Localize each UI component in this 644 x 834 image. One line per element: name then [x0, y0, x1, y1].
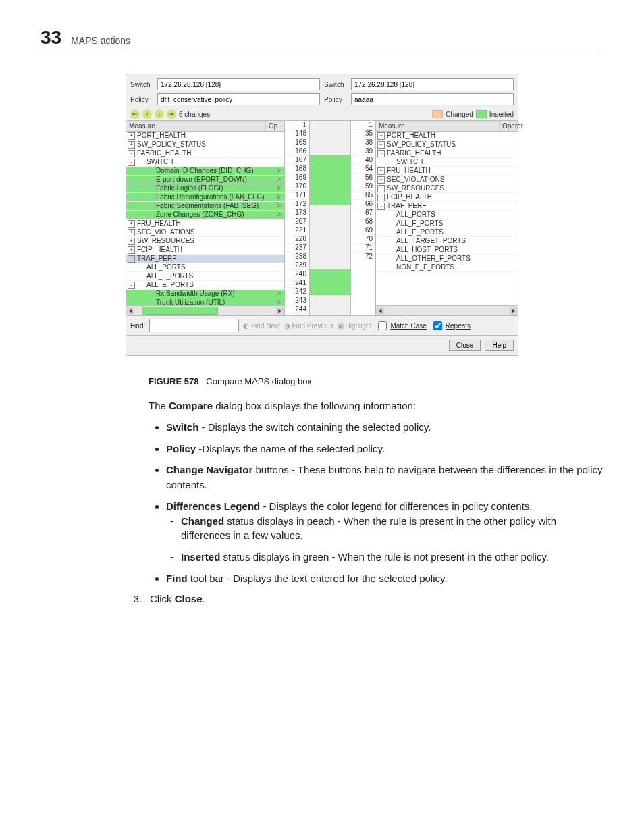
tree-row[interactable]: -FABRIC_HEALTH	[126, 149, 284, 158]
expand-icon[interactable]: -	[377, 150, 385, 157]
repeats-checkbox[interactable]: Repeats	[431, 319, 471, 332]
nav-prev-icon[interactable]: ↑	[142, 109, 152, 119]
expand-icon[interactable]: +	[128, 229, 135, 236]
tree-row[interactable]: -SWITCH	[126, 158, 284, 167]
tree-row[interactable]: ALL_HOST_PORTS	[376, 246, 518, 255]
tree-label: Fabric Reconfigurations (FAB_CFG)	[137, 193, 275, 201]
expand-icon[interactable]: +	[128, 220, 135, 228]
tree-row[interactable]: +PORT_HEALTH	[376, 132, 518, 140]
expand-icon[interactable]: +	[377, 132, 385, 140]
op-header-left[interactable]: Op	[266, 121, 284, 131]
tree-row[interactable]: +SW_POLICY_STATUS	[126, 140, 284, 149]
tree-row[interactable]: +FCIP_HEALTH	[126, 246, 284, 255]
tree-row[interactable]: +SEC_VIOLATIONS	[126, 228, 284, 237]
hscroll-left[interactable]: ◄ ►	[126, 305, 284, 315]
highlight-button[interactable]: ▣ Highlight	[338, 322, 372, 330]
tree-row[interactable]: +FCIP_HEALTH	[376, 193, 518, 202]
expand-icon[interactable]: -	[128, 150, 135, 157]
tree-label: SW_RESOURCES	[387, 184, 516, 192]
expand-icon[interactable]: +	[128, 141, 135, 149]
expand-icon[interactable]: +	[377, 167, 385, 175]
tree-row[interactable]: -TRAF_PERF	[126, 255, 284, 263]
operation-header-right[interactable]: Operat	[500, 121, 518, 131]
tree-row[interactable]: -ALL_E_PORTS	[126, 281, 284, 290]
find-input[interactable]	[149, 319, 239, 332]
scroll-right-icon[interactable]: ►	[276, 307, 284, 315]
op-arrow-icon: >	[275, 193, 283, 201]
tree-row[interactable]: Fabric Logins (FLOGI)>	[126, 184, 284, 193]
op-arrow-icon: >	[275, 211, 283, 219]
help-button[interactable]: Help	[485, 340, 514, 351]
expand-icon[interactable]: +	[128, 246, 135, 254]
tree-row[interactable]: +SEC_VIOLATIONS	[376, 176, 518, 184]
tree-row[interactable]: +SW_POLICY_STATUS	[376, 140, 518, 149]
scroll-right-icon[interactable]: ►	[510, 307, 518, 315]
tree-label: Rx Bandwidth Usage (RX)	[137, 290, 275, 298]
tree-row[interactable]: ALL_TARGET_PORTS	[376, 237, 518, 246]
tree-row[interactable]: ALL_F_PORTS	[376, 219, 518, 228]
tree-label: SW_POLICY_STATUS	[387, 140, 516, 149]
tree-label: FABRIC_HEALTH	[137, 149, 283, 157]
nav-next-icon[interactable]: ↓	[155, 109, 164, 119]
find-next-button[interactable]: ◐ Find Next	[243, 322, 280, 330]
tree-row[interactable]: Fabric Reconfigurations (FAB_CFG)>	[126, 193, 284, 202]
switch-field-right[interactable]	[351, 78, 514, 90]
policy-label-left: Policy	[130, 96, 155, 103]
tree-label: Trunk Utilization (UTIL)	[137, 298, 275, 305]
scroll-left-icon[interactable]: ◄	[126, 307, 134, 315]
expand-icon[interactable]: +	[377, 176, 385, 184]
expand-icon[interactable]: +	[128, 238, 135, 245]
tree-row[interactable]: -FABRIC_HEALTH	[376, 149, 518, 158]
measure-header-left[interactable]: Measure	[126, 121, 266, 131]
find-prev-button[interactable]: ◑ Find Previous	[284, 322, 333, 330]
nav-first-icon[interactable]: ⇤	[130, 109, 140, 119]
tree-left[interactable]: +PORT_HEALTH+SW_POLICY_STATUS-FABRIC_HEA…	[126, 132, 284, 305]
expand-icon[interactable]: +	[128, 132, 135, 140]
tree-row[interactable]: ALL_E_PORTS	[376, 228, 518, 237]
op-arrow-icon: >	[275, 184, 283, 192]
op-arrow-icon: >	[275, 167, 283, 175]
tree-row[interactable]: ALL_PORTS	[376, 211, 518, 219]
tree-label: PORT_HEALTH	[387, 132, 516, 140]
tree-label: FABRIC_HEALTH	[387, 149, 516, 157]
match-case-checkbox[interactable]: Match Case	[375, 319, 426, 332]
tree-row[interactable]: +PORT_HEALTH	[126, 132, 284, 140]
tree-row[interactable]: ALL_PORTS	[126, 263, 284, 272]
nav-last-icon[interactable]: ⇥	[167, 109, 176, 119]
tree-row[interactable]: ALL_OTHER_F_PORTS	[376, 255, 518, 263]
tree-row[interactable]: ALL_F_PORTS	[126, 272, 284, 281]
tree-row[interactable]: Fabric Segmentations (FAB_SEG)>	[126, 202, 284, 211]
tree-label: ALL_F_PORTS	[387, 219, 516, 228]
tree-row[interactable]: Trunk Utilization (UTIL)>	[126, 298, 284, 305]
tree-row[interactable]: Rx Bandwidth Usage (RX)>	[126, 290, 284, 298]
close-button[interactable]: Close	[449, 340, 481, 351]
measure-header-right[interactable]: Measure	[376, 121, 500, 131]
policy-field-right[interactable]	[351, 93, 514, 105]
tree-row[interactable]: Domain ID Changes (DID_CHG)>	[126, 167, 284, 176]
tree-row[interactable]: +SW_RESOURCES	[126, 237, 284, 246]
tree-row[interactable]: E-port down (EPORT_DOWN)>	[126, 176, 284, 184]
scroll-thumb[interactable]	[142, 307, 218, 315]
tree-right[interactable]: +PORT_HEALTH+SW_POLICY_STATUS-FABRIC_HEA…	[376, 132, 518, 305]
scroll-left-icon[interactable]: ◄	[376, 307, 384, 315]
tree-row[interactable]: -TRAF_PERF	[376, 202, 518, 211]
expand-icon[interactable]: -	[128, 159, 135, 166]
expand-icon[interactable]: -	[128, 282, 135, 289]
op-arrow-icon: >	[275, 202, 283, 210]
expand-icon[interactable]: +	[377, 141, 385, 149]
tree-label: ALL_E_PORTS	[137, 281, 283, 289]
expand-icon[interactable]: -	[377, 203, 385, 210]
tree-row[interactable]: NON_E_F_PORTS	[376, 263, 518, 272]
tree-row[interactable]: +SW_RESOURCES	[376, 184, 518, 193]
switch-field-left[interactable]	[157, 78, 320, 90]
tree-label: Fabric Logins (FLOGI)	[137, 184, 275, 192]
tree-row[interactable]: +FRU_HEALTH	[126, 219, 284, 228]
tree-row[interactable]: +FRU_HEALTH	[376, 167, 518, 176]
tree-row[interactable]: SWITCH	[376, 158, 518, 167]
expand-icon[interactable]: -	[128, 255, 135, 263]
hscroll-right[interactable]: ◄ ►	[376, 305, 518, 315]
tree-row[interactable]: Zone Changes (ZONE_CHG)>	[126, 211, 284, 219]
expand-icon[interactable]: +	[377, 185, 385, 192]
expand-icon[interactable]: +	[377, 194, 385, 201]
policy-field-left[interactable]	[157, 93, 320, 105]
